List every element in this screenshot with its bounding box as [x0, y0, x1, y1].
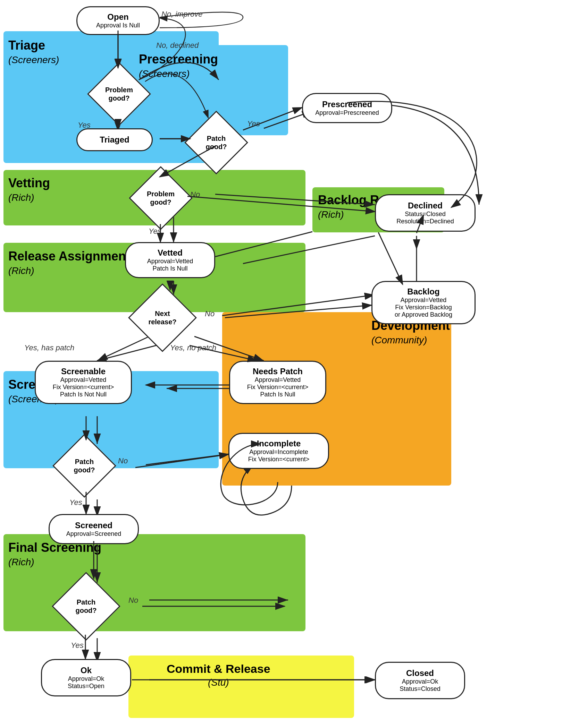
diamond-patch-good-prescreening: Patchgood? [190, 117, 242, 169]
diagram-container: Triage (Screeners) Prescreening (Screene… [0, 0, 579, 728]
arrow-label-yes-has-patch: Yes, has patch [24, 343, 74, 352]
svg-line-34 [378, 232, 403, 284]
node-screened: Screened Approval=Screened [49, 514, 139, 544]
node-incomplete: Incomplete Approval=Incomplete Fix Versi… [228, 433, 329, 469]
diamond-next-release: Nextrelease? [135, 290, 190, 345]
node-triaged: Triaged [76, 128, 153, 151]
arrow-label-no-vetting: No [190, 190, 200, 199]
diamond-problem-good-triage: Problemgood? [93, 68, 145, 120]
label-commit: Commit & Release (Stu) [167, 661, 270, 689]
arrow-label-no-release: No [205, 309, 215, 318]
label-triage: Triage (Screeners) [8, 37, 59, 66]
label-vetting: Vetting (Rich) [8, 175, 50, 204]
arrow-label-no-improve: No, improve [161, 10, 203, 19]
diamond-problem-good-vetting: Problemgood? [135, 172, 187, 224]
arrow-label-yes-prescreening: Yes [247, 119, 260, 128]
node-closed: Closed Approval=Ok Status=Closed [375, 662, 465, 699]
arrow-label-yes-vetting: Yes [149, 227, 161, 236]
arrow-label-yes-final: Yes [71, 641, 84, 650]
diamond-patch-good-screening: Patchgood? [58, 440, 110, 492]
node-open: Open Approval Is Null [76, 6, 160, 35]
node-declined: Declined Status=Closed Resolution=Declin… [375, 194, 476, 232]
svg-line-35 [97, 345, 156, 361]
node-screenable: Screenable Approval=Vetted Fix Version=<… [35, 361, 132, 404]
node-vetted: Vetted Approval=Vetted Patch Is Null [125, 242, 215, 278]
arrow-label-yes-screening: Yes [69, 498, 82, 507]
node-ok: Ok Approval=Ok Status=Open [41, 659, 131, 696]
arrow-label-no-declined: No, declined [156, 41, 199, 50]
node-needs-patch: Needs Patch Approval=Vetted Fix Version=… [229, 361, 326, 404]
diamond-patch-good-final: Patchgood? [58, 579, 114, 634]
label-release: Release Assignment (Rich) [8, 248, 130, 277]
label-prescreening: Prescreening (Screeners) [139, 51, 218, 80]
arrow-label-no-final: No [128, 596, 138, 605]
node-prescreened: Prescreened Approval=Prescreened [302, 93, 392, 123]
node-backlog: Backlog Approval=Vetted Fix Version=Back… [371, 281, 476, 324]
arrow-label-no-screening: No [118, 456, 128, 465]
